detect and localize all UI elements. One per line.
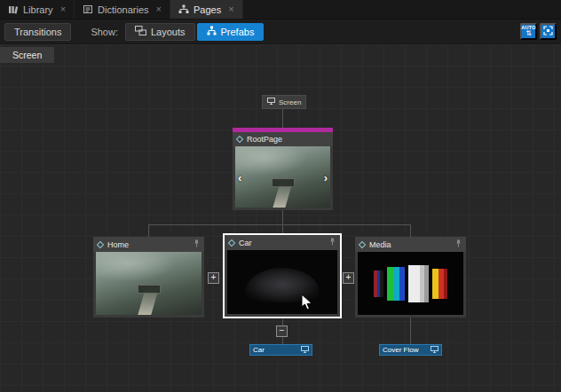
sort-arrows-icon: ⇅: [525, 30, 532, 37]
pin-icon[interactable]: [329, 238, 336, 247]
pages-toolbar: Transitions Show: Layouts Prefabs AUTO ⇅: [0, 20, 561, 44]
mouse-cursor: [301, 294, 313, 315]
layouts-toggle[interactable]: Layouts: [125, 23, 195, 41]
connector-line: [282, 109, 283, 128]
chip-label: Cover Flow: [383, 346, 431, 354]
show-label: Show:: [91, 27, 118, 37]
sitemap-icon: [178, 4, 189, 14]
prefab-chip-cover-flow[interactable]: Cover Flow: [379, 344, 442, 356]
node-home[interactable]: Home: [93, 237, 204, 318]
prefabs-icon: [207, 26, 217, 37]
road-sign-badge: [138, 285, 161, 294]
close-icon[interactable]: ×: [60, 4, 66, 14]
add-page-button[interactable]: +: [343, 272, 354, 284]
connector-line: [148, 224, 411, 225]
tab-dictionaries[interactable]: Dictionaries ×: [75, 0, 170, 19]
prefabs-label: Prefabs: [221, 27, 255, 37]
close-icon[interactable]: ×: [228, 4, 233, 14]
chip-label: Car: [253, 346, 301, 354]
connector-line: [410, 224, 411, 237]
tab-label: Library: [23, 4, 53, 15]
car-thumbnail: [227, 250, 337, 314]
node-header: Media: [355, 237, 466, 252]
carousel-right-icon: ›: [324, 170, 328, 184]
prefabs-toggle[interactable]: Prefabs: [197, 23, 265, 41]
cover-art: [387, 267, 405, 301]
connector-line: [282, 319, 283, 325]
add-page-button[interactable]: +: [208, 272, 219, 284]
page-diamond-icon: [359, 240, 366, 247]
screen-node[interactable]: Screen: [262, 95, 306, 109]
mountain-road-thumbnail: [96, 252, 201, 315]
cover-art: [408, 265, 429, 302]
node-label: RootPage: [247, 135, 282, 144]
page-graph-canvas[interactable]: Screen Screen RootPage: [0, 44, 561, 392]
pin-icon[interactable]: [194, 239, 200, 249]
tab-pages[interactable]: Pages ×: [170, 0, 243, 19]
node-label: Home: [107, 240, 129, 249]
node-header: RootPage: [233, 132, 333, 146]
node-media[interactable]: Media: [355, 237, 466, 318]
transitions-button[interactable]: Transitions: [4, 23, 71, 41]
fit-to-view-icon: [543, 26, 553, 37]
node-header: Home: [93, 237, 204, 252]
screen-node-label: Screen: [279, 98, 301, 106]
cover-art: [432, 269, 447, 299]
tab-label: Pages: [194, 4, 221, 15]
tab-label: Dictionaries: [98, 4, 148, 15]
canvas-view-buttons: AUTO ⇅: [520, 23, 557, 40]
node-rootpage[interactable]: RootPage ‹ ›: [233, 128, 333, 210]
node-thumbnail: [358, 252, 463, 315]
connector-line: [148, 224, 149, 237]
pin-icon[interactable]: [455, 239, 462, 249]
library-icon: [8, 4, 19, 14]
tab-library[interactable]: Library ×: [0, 0, 75, 19]
auto-arrange-button[interactable]: AUTO ⇅: [520, 23, 537, 40]
connector-line: [282, 210, 283, 224]
connector-line: [282, 224, 283, 233]
remove-page-button[interactable]: −: [276, 325, 288, 337]
cover-art: [374, 270, 383, 297]
transitions-label: Transitions: [14, 27, 61, 37]
node-label: Media: [369, 240, 391, 249]
mountain-road-thumbnail: [235, 146, 330, 208]
page-diamond-icon: [236, 136, 243, 143]
show-toggle-group: Layouts Prefabs: [125, 23, 264, 41]
node-label: Car: [239, 239, 252, 247]
coverflow-thumbnail: [358, 252, 463, 315]
layouts-icon: [135, 26, 146, 37]
page-diamond-icon: [228, 239, 235, 246]
dictionaries-icon: [83, 4, 93, 14]
fit-to-view-button[interactable]: [540, 23, 557, 40]
close-icon[interactable]: ×: [156, 4, 162, 14]
node-header: Car: [225, 235, 340, 250]
carousel-left-icon: ‹: [238, 170, 241, 184]
page-editor-window: Library × Dictionaries × Pages × Transit…: [0, 0, 561, 392]
road-sign-badge: [272, 178, 295, 187]
panel-tab-bar: Library × Dictionaries × Pages ×: [0, 0, 561, 20]
prefab-chip-car[interactable]: Car: [249, 344, 312, 356]
node-car[interactable]: Car: [223, 233, 342, 318]
page-diamond-icon: [97, 240, 104, 247]
connector-line: [410, 318, 411, 344]
viewport-tab-screen[interactable]: Screen: [0, 47, 54, 63]
prefab-screen-icon: [431, 346, 439, 355]
layouts-label: Layouts: [151, 27, 186, 37]
prefab-screen-icon: [301, 346, 309, 355]
node-thumbnail: ‹ ›: [235, 146, 330, 208]
viewport-tab-label: Screen: [12, 50, 42, 60]
node-thumbnail: [96, 252, 201, 315]
connector-line: [282, 337, 283, 344]
node-thumbnail: [227, 250, 337, 314]
monitor-icon: [267, 98, 275, 106]
